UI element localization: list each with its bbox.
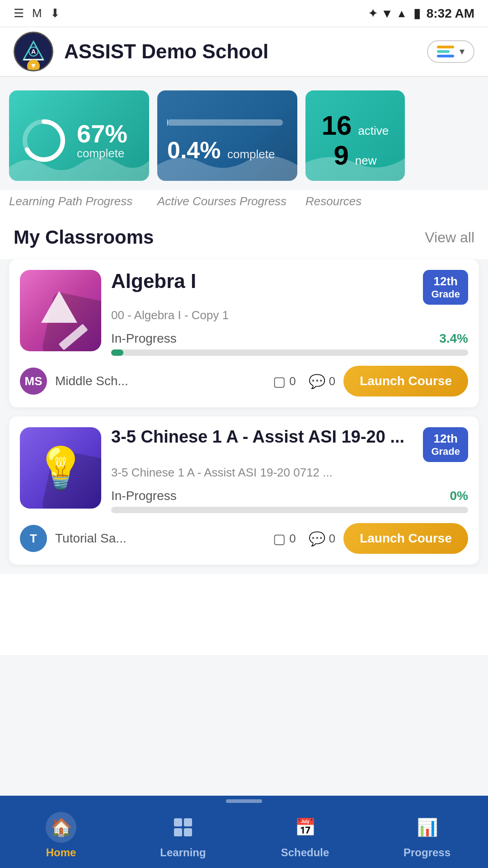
msg-count-2-algebra: 0 [329,374,335,388]
status-bar: ☰ M ⬇ ✦ ▾ ▲ ▮ 8:32 AM [0,0,488,27]
avatar-initials-algebra: MS [25,374,42,388]
comment-icon-chinese: 💬 [309,531,325,547]
switcher-bar-3 [437,55,454,57]
course-top-algebra: Algebra I 12th Grade 00 - Algebra I - Co… [20,270,468,356]
grade-label-algebra: Grade [431,288,460,300]
school-name: ASSIST Demo School [64,40,416,63]
launch-button-chinese[interactable]: Launch Course [343,523,468,554]
progress-fill-algebra [111,349,123,356]
msg-count-1-chinese: 0 [289,532,296,546]
active-courses-caption: Active Courses Progress [157,194,305,208]
header: A ▼ ASSIST Demo School ▾ [0,27,488,77]
grade-badge-algebra: 12th Grade [423,270,468,305]
avatar-initials-chinese: T [30,532,37,546]
home-icon: 🏠 [51,817,72,837]
bar-progress-track [167,119,283,126]
nav-item-schedule[interactable]: 📅 Schedule [244,804,366,859]
teacher-name-algebra: Middle Sch... [55,374,265,388]
course-list: Algebra I 12th Grade 00 - Algebra I - Co… [0,259,488,574]
bulb-icon: 💡 [35,445,86,491]
resources-caption: Resources [305,194,405,208]
stat-content-3: 16 active 9 new [305,90,405,181]
progress-track-chinese [111,507,468,513]
resources-active-count: 16 [322,112,352,139]
message-icon-algebra: ▢ [273,373,286,389]
signal-icon: ▲ [396,7,407,20]
course-title-row-chinese: 3-5 Chinese 1 A - Assist ASI 19-20 ... 1… [111,427,468,462]
progress-pct-chinese: 0% [450,489,468,503]
course-name-algebra: Algebra I [111,270,196,293]
learning-path-card[interactable]: 67% complete [9,90,149,181]
resources-card[interactable]: 16 active 9 new [305,90,405,181]
bar-progress-fill [167,119,168,126]
grade-label-chinese: Grade [431,446,460,458]
avatar-algebra: MS [20,368,47,395]
circle-progress [19,116,69,165]
msg-icon-wrap-2-chinese: 💬 0 [309,531,335,547]
grade-number-algebra: 12th [431,274,460,288]
comment-icon-algebra: 💬 [309,373,325,389]
nav-label-home: Home [46,846,76,859]
learning-icon [172,816,194,839]
switcher-bars-icon [437,46,454,57]
svg-rect-8 [184,818,192,826]
main-content: 67% complete 0.4% complete [0,77,488,655]
stat-content-1: 67% complete [9,90,149,181]
progress-icon: 📊 [417,817,438,837]
active-courses-label: complete [227,147,275,161]
msg-icon-wrap-1-chinese: ▢ 0 [273,531,296,547]
msg-icon-wrap-2-algebra: 💬 0 [309,373,335,389]
course-icon-algebra [20,270,101,351]
nav-icon-wrap-schedule: 📅 [290,812,320,843]
progress-track-algebra [111,349,468,356]
course-info-algebra: Algebra I 12th Grade 00 - Algebra I - Co… [111,270,468,356]
nav-icon-wrap-learning [168,812,198,843]
message-icon-chinese: ▢ [273,531,286,547]
nav-item-home[interactable]: 🏠 Home [0,804,122,859]
msg-count-2-chinese: 0 [329,532,335,546]
learning-path-percent: 67% [77,121,127,146]
progress-pct-algebra: 3.4% [439,331,468,346]
active-courses-percent: 0.4% [167,137,221,163]
nav-item-learning[interactable]: Learning [122,804,244,859]
status-time: 8:32 AM [427,6,474,21]
wifi-icon: ▾ [384,6,390,21]
switcher-bar-1 [437,46,454,48]
battery-icon: ▮ [413,6,420,21]
stat-text-1: 67% complete [77,121,127,160]
nav-label-progress: Progress [404,846,450,859]
nav-label-schedule: Schedule [281,846,329,859]
gmail-icon: M [32,6,42,20]
avatar-chinese: T [20,525,47,552]
active-courses-card[interactable]: 0.4% complete [157,90,297,181]
bar-progress-wrap [167,119,287,132]
svg-rect-10 [184,828,192,836]
grade-badge-chinese: 12th Grade [423,427,468,462]
launch-button-algebra[interactable]: Launch Course [343,366,468,396]
stat-content-2: 0.4% complete [157,90,297,181]
resources-active-row: 16 active [322,112,389,139]
course-icon-chinese: 💡 [20,427,101,509]
status-right-icons: ✦ ▾ ▲ ▮ 8:32 AM [368,6,474,21]
course-card-chinese: 💡 3-5 Chinese 1 A - Assist ASI 19-20 ...… [9,416,479,565]
progress-status-algebra: In-Progress [111,331,177,346]
status-left-icons: ☰ M ⬇ [14,6,60,20]
bottom-nav: 🏠 Home Learning 📅 Schedule 📊 Progress [0,796,488,868]
svg-text:A: A [31,48,36,55]
view-all-link[interactable]: View all [425,229,474,246]
course-name-chinese: 3-5 Chinese 1 A - Assist ASI 19-20 ... [111,427,404,447]
classrooms-title: My Classrooms [14,226,154,248]
progress-row-chinese: In-Progress 0% [111,489,468,503]
course-info-chinese: 3-5 Chinese 1 A - Assist ASI 19-20 ... 1… [111,427,468,513]
course-subtitle-algebra: 00 - Algebra I - Copy 1 [111,308,468,322]
school-switcher[interactable]: ▾ [427,40,474,63]
nav-item-progress[interactable]: 📊 Progress [366,804,488,859]
nav-label-learning: Learning [160,846,206,859]
progress-circle-svg [19,116,69,165]
svg-rect-9 [174,828,182,836]
switcher-bar-2 [437,50,450,53]
nav-icon-wrap-progress: 📊 [412,812,442,843]
nav-icon-wrap-home: 🏠 [46,812,76,843]
msg-icons-chinese: ▢ 0 💬 0 [273,531,335,547]
stats-section: 67% complete 0.4% complete [0,77,488,190]
